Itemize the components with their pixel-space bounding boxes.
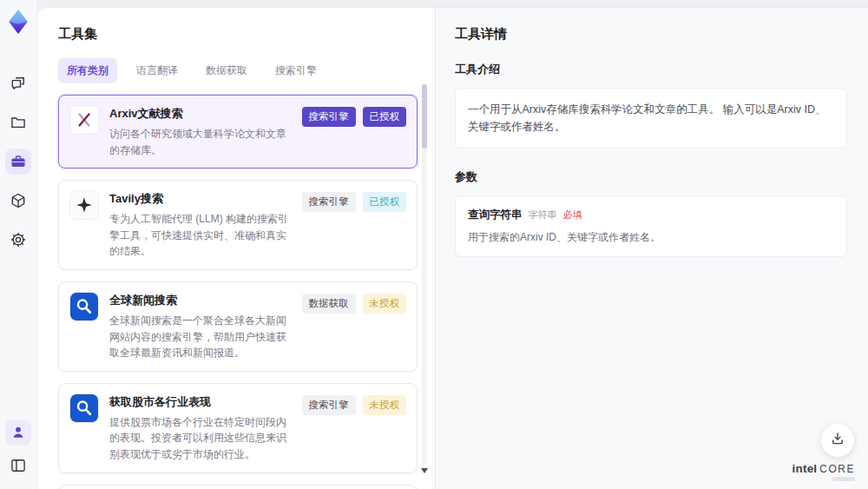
panel-toggle-icon[interactable] xyxy=(5,453,31,479)
auth-status-badge: 未授权 xyxy=(363,294,407,314)
tool-card[interactable]: Arxiv文献搜索 访问各个研究领域大量科学论文和文章的存储库。 搜索引擎 已授… xyxy=(58,95,418,169)
gear-icon[interactable] xyxy=(5,227,31,253)
tool-desc: 专为人工智能代理 (LLM) 构建的搜索引擎工具，可快速提供实时、准确和真实的结… xyxy=(109,211,292,260)
param-type: 字符串 xyxy=(529,208,557,221)
chat-icon[interactable] xyxy=(5,70,31,96)
auth-status-badge: 已授权 xyxy=(363,107,407,127)
auth-status-badge: 已授权 xyxy=(363,192,407,212)
category-tab[interactable]: 数据获取 xyxy=(197,58,256,83)
tool-title: 获取股市各行业表现 xyxy=(109,394,292,410)
detail-title: 工具详情 xyxy=(455,26,847,43)
cube-icon[interactable] xyxy=(5,188,31,214)
category-badge: 数据获取 xyxy=(302,294,356,314)
param-desc: 用于搜索的Arxiv ID、关键字或作者姓名。 xyxy=(468,230,834,245)
main-frame: 工具集 所有类别语言翻译数据获取搜索引擎 Arxiv文献搜索 访问各个研究领域大… xyxy=(36,7,868,489)
params-heading: 参数 xyxy=(455,169,847,185)
page-title: 工具集 xyxy=(58,26,418,43)
blue-search-icon xyxy=(69,393,99,423)
category-badge: 搜索引擎 xyxy=(302,192,356,212)
toolbox-icon[interactable] xyxy=(5,149,31,175)
tool-title: Tavily搜索 xyxy=(109,191,292,207)
category-tab[interactable]: 语言翻译 xyxy=(128,58,187,83)
tool-desc: 提供股票市场各个行业在特定时间段内的表现。投资者可以利用这些信息来识别表现优于或… xyxy=(109,414,292,463)
brand-sub-badge xyxy=(832,477,855,481)
category-tab[interactable]: 搜索引擎 xyxy=(266,58,326,83)
tool-card[interactable]: Tavily搜索 专为人工智能代理 (LLM) 构建的搜索引擎工具，可快速提供实… xyxy=(58,180,418,270)
blue-search-icon xyxy=(69,292,99,321)
tool-card[interactable]: 全球新闻搜索 全球新闻搜索是一个聚合全球各大新闻网站内容的搜索引擎，帮助用户快速… xyxy=(58,281,418,372)
tool-desc: 全球新闻搜索是一个聚合全球各大新闻网站内容的搜索引擎，帮助用户快速获取全球最新资… xyxy=(109,313,292,361)
tool-title: Arxiv文献搜索 xyxy=(109,106,292,122)
category-tabs: 所有类别语言翻译数据获取搜索引擎 xyxy=(58,58,418,83)
parameter-item: 查询字符串 字符串 必填 用于搜索的Arxiv ID、关键字或作者姓名。 xyxy=(455,195,847,257)
list-scrollbar[interactable] xyxy=(422,84,427,465)
tool-detail-panel: 工具详情 工具介绍 一个用于从Arxiv存储库搜索科学论文和文章的工具。 输入可… xyxy=(435,8,868,489)
arxiv-logo-icon xyxy=(69,105,99,135)
brand-intel-text: intel xyxy=(792,462,818,475)
category-tab[interactable]: 所有类别 xyxy=(58,58,117,83)
user-icon[interactable] xyxy=(5,420,31,446)
gem-logo-icon[interactable] xyxy=(4,8,32,36)
left-sidebar xyxy=(0,0,36,489)
scrollbar-thumb[interactable] xyxy=(422,84,427,149)
tool-card[interactable]: 获取市场最活跃股票信息 提供当天交易量最高的股票列表，投资者可以利用这些信息来识… xyxy=(58,485,418,489)
intro-text-box: 一个用于从Arxiv存储库搜索科学论文和文章的工具。 输入可以是Arxiv ID… xyxy=(455,88,847,149)
folder-icon[interactable] xyxy=(5,109,31,135)
brand-core-text: core xyxy=(819,463,855,475)
tool-title: 全球新闻搜索 xyxy=(109,293,292,308)
auth-status-badge: 未授权 xyxy=(363,395,407,415)
param-name: 查询字符串 xyxy=(468,208,523,222)
tool-list: Arxiv文献搜索 访问各个研究领域大量科学论文和文章的存储库。 搜索引擎 已授… xyxy=(58,95,418,489)
intro-heading: 工具介绍 xyxy=(455,62,847,77)
intel-core-logo: intel core xyxy=(792,462,855,481)
scroll-down-arrow-icon[interactable] xyxy=(421,468,428,473)
category-badge: 搜索引擎 xyxy=(302,107,356,127)
category-badge: 搜索引擎 xyxy=(302,395,356,415)
tool-card[interactable]: 获取股市各行业表现 提供股票市场各个行业在特定时间段内的表现。投资者可以利用这些… xyxy=(58,383,418,473)
param-required-badge: 必填 xyxy=(563,208,582,221)
tavily-star-icon xyxy=(69,190,99,220)
tool-desc: 访问各个研究领域大量科学论文和文章的存储库。 xyxy=(109,126,292,158)
download-icon xyxy=(830,431,845,450)
download-button[interactable] xyxy=(821,424,854,457)
tool-list-panel: 工具集 所有类别语言翻译数据获取搜索引擎 Arxiv文献搜索 访问各个研究领域大… xyxy=(37,8,435,489)
